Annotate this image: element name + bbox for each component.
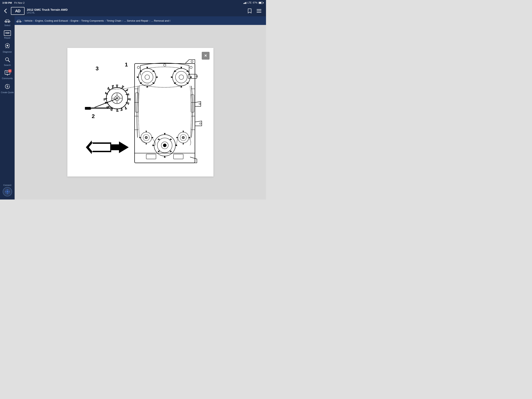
sidebar-item-diagnose[interactable]: Diagnose <box>0 41 15 55</box>
signal-icon <box>243 1 246 4</box>
sidebar-item-repair[interactable]: OEM Repair <box>0 28 15 41</box>
breadcrumb-sep-1: › <box>33 19 34 23</box>
menu-button[interactable] <box>255 7 263 15</box>
svg-marker-49 <box>93 144 110 151</box>
breadcrumb-sep-3: › <box>79 19 80 23</box>
svg-point-66 <box>145 136 147 139</box>
sidebar: Select OEM Repair Diagnose Search <box>0 6 15 200</box>
lte-label: LTE <box>247 1 252 4</box>
breadcrumb-sep-4: › <box>105 19 106 23</box>
nav-icons <box>246 7 266 15</box>
svg-point-53 <box>141 71 153 83</box>
svg-point-80 <box>190 66 192 69</box>
svg-point-56 <box>176 71 187 83</box>
breadcrumb-sep-5: › <box>122 19 123 23</box>
close-button[interactable]: ✕ <box>202 52 209 60</box>
connect-label: Connect <box>3 184 11 186</box>
car-icon <box>4 18 11 23</box>
community-icon: 2 <box>5 70 10 76</box>
svg-rect-87 <box>188 74 197 78</box>
battery-icon <box>259 2 264 4</box>
svg-rect-51 <box>134 64 195 163</box>
search-label: Search <box>4 64 11 66</box>
breadcrumb-timing-chain[interactable]: Timing Chain <box>107 19 121 22</box>
svg-rect-83 <box>173 154 183 159</box>
svg-point-54 <box>145 75 150 79</box>
repair-label: Repair <box>4 37 10 39</box>
svg-text:1: 1 <box>125 62 128 68</box>
search-icon <box>5 57 10 63</box>
sidebar-item-select[interactable]: Select <box>0 16 15 28</box>
create-quote-icon: $ + <box>5 83 10 90</box>
svg-point-85 <box>200 123 201 124</box>
svg-marker-44 <box>119 142 129 153</box>
status-time: 3:59 PM <box>2 1 12 4</box>
svg-rect-1 <box>257 11 261 11</box>
connect-button[interactable] <box>3 187 12 196</box>
svg-point-18 <box>7 191 8 192</box>
vehicle-engine: L4-2.4L <box>27 11 246 14</box>
svg-point-78 <box>137 66 140 69</box>
bookmark-button[interactable] <box>246 7 253 15</box>
svg-point-86 <box>191 61 193 63</box>
svg-rect-31 <box>91 107 112 109</box>
breadcrumb-engine-cooling[interactable]: Engine, Cooling and Exhaust <box>35 19 68 22</box>
breadcrumb-service-repair[interactable]: ... Service and Repair <box>124 19 148 22</box>
breadcrumb-sep-0: › <box>22 19 24 23</box>
sidebar-item-community[interactable]: 2 Community <box>0 68 15 81</box>
svg-text:+: + <box>8 84 10 86</box>
svg-point-69 <box>182 136 184 139</box>
svg-rect-82 <box>146 154 156 159</box>
back-button[interactable] <box>0 6 11 16</box>
svg-rect-30 <box>85 107 91 110</box>
top-nav: AD 2012 GMC Truck Terrain AWD L4-2.4L <box>0 6 266 16</box>
vehicle-info: 2012 GMC Truck Terrain AWD L4-2.4L <box>27 8 246 14</box>
vehicle-model: 2012 GMC Truck Terrain AWD <box>27 8 246 11</box>
svg-text:$: $ <box>7 85 8 88</box>
breadcrumb-engine[interactable]: Engine <box>71 19 78 22</box>
svg-point-84 <box>199 103 201 105</box>
app-logo: AD <box>11 7 25 15</box>
breadcrumb-sep-2: › <box>69 19 70 23</box>
breadcrumb: › Vehicle › Engine, Cooling and Exhaust … <box>15 16 266 25</box>
breadcrumb-vehicle-icon[interactable] <box>16 19 22 22</box>
quote-label: Create Quote <box>1 91 14 94</box>
diagnose-icon <box>5 43 10 50</box>
select-label: Select <box>4 24 10 26</box>
status-date: Fri Nov 2 <box>14 1 25 4</box>
oem-repair-icon: OEM <box>4 30 11 36</box>
sidebar-item-quote[interactable]: $ + Create Quote <box>0 81 15 96</box>
breadcrumb-timing-components[interactable]: Timing Components <box>81 19 104 22</box>
svg-text:3: 3 <box>96 65 99 71</box>
breadcrumb-removal[interactable]: ... Removal and I <box>151 19 170 22</box>
status-right: LTE 67% <box>243 1 264 4</box>
sidebar-bottom: Connect <box>0 184 15 200</box>
diagnose-label: Diagnose <box>3 51 12 53</box>
status-bar: 3:59 PM Fri Nov 2 LTE 67% <box>0 0 266 6</box>
svg-point-57 <box>179 75 184 79</box>
breadcrumb-vehicle[interactable]: Vehicle <box>24 19 32 22</box>
svg-text:2: 2 <box>92 113 95 119</box>
main-content: ✕ 3 1 2 <box>15 25 266 200</box>
svg-point-35 <box>116 97 118 99</box>
svg-line-41 <box>124 84 149 89</box>
svg-line-8 <box>8 60 10 62</box>
image-container: ✕ 3 1 2 <box>67 48 213 176</box>
battery-percent: 67% <box>253 1 257 4</box>
svg-point-79 <box>164 64 166 66</box>
community-badge-count: 2 <box>8 69 12 72</box>
svg-line-40 <box>107 89 124 90</box>
svg-rect-0 <box>257 9 261 10</box>
community-label: Community <box>2 77 13 79</box>
sidebar-item-search[interactable]: Search <box>0 55 15 68</box>
svg-rect-2 <box>257 12 261 13</box>
breadcrumb-sep-6: › <box>149 19 150 23</box>
svg-point-63 <box>163 144 166 147</box>
engine-diagram: 3 1 2 <box>72 52 209 173</box>
